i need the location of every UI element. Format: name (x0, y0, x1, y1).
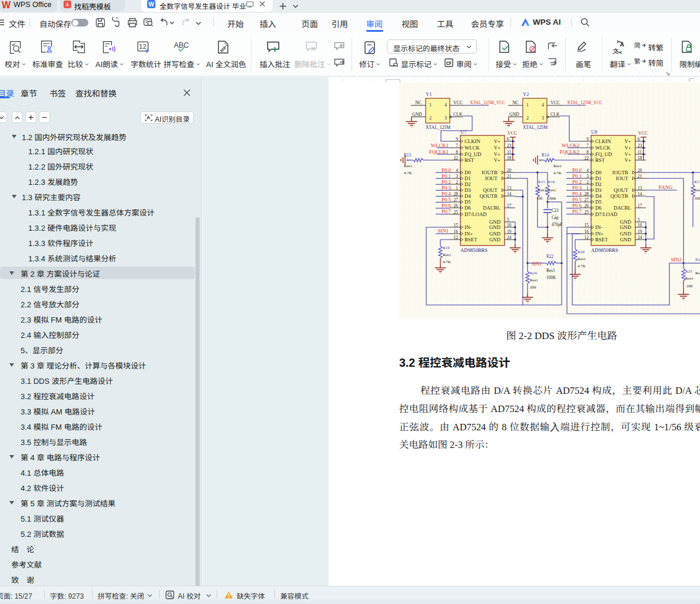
svg-text:18: 18 (638, 155, 642, 161)
svg-text:SIN1: SIN1 (532, 261, 542, 267)
svg-text:P0.2: P0.2 (442, 179, 451, 185)
svg-text:SIN2: SIN2 (671, 257, 682, 263)
svg-text:11: 11 (507, 150, 511, 155)
svg-text:GND: GND (620, 237, 631, 243)
svg-text:9: 9 (456, 137, 458, 142)
svg-text:SIN1: SIN1 (437, 228, 449, 234)
svg-text:3: 3 (542, 115, 544, 121)
svg-text:P0.1: P0.1 (572, 173, 582, 179)
svg-text:200: 200 (530, 285, 536, 290)
svg-text:WLCK1: WLCK1 (431, 142, 449, 148)
svg-text:Res1: Res1 (695, 271, 700, 276)
svg-text:4: 4 (444, 102, 447, 108)
svg-text:Y1: Y1 (426, 91, 432, 97)
svg-text:R22: R22 (546, 254, 554, 259)
svg-text:QOUT: QOUT (483, 187, 498, 193)
svg-text:28: 28 (454, 191, 459, 197)
svg-text:QOUTB: QOUTB (611, 193, 628, 199)
svg-text:20: 20 (507, 168, 512, 173)
svg-text:P0.4: P0.4 (572, 191, 582, 197)
svg-text:1: 1 (586, 185, 589, 191)
svg-text:QOUTB: QOUTB (480, 193, 497, 199)
svg-text:VCC: VCC (453, 100, 463, 105)
svg-text:4.7K: 4.7K (553, 171, 562, 175)
svg-text:D5: D5 (465, 199, 471, 205)
svg-text:8: 8 (586, 150, 589, 155)
svg-text:17: 17 (507, 203, 512, 208)
svg-text:25: 25 (585, 210, 589, 215)
svg-text:IOUTB: IOUTB (612, 170, 628, 175)
svg-text:2: 2 (429, 115, 432, 121)
svg-text:D7/LOAD: D7/LOAD (595, 211, 618, 217)
svg-text:13: 13 (638, 185, 642, 191)
svg-text:AD9850BRS: AD9850BRS (460, 248, 487, 253)
svg-text:RST: RST (595, 157, 605, 163)
svg-text:Res1: Res1 (546, 268, 555, 273)
svg-text:简: 简 (634, 41, 641, 49)
svg-text:19: 19 (638, 229, 642, 234)
svg-text:R14: R14 (542, 152, 549, 158)
svg-text:22: 22 (454, 155, 459, 161)
svg-text:R25: R25 (685, 269, 692, 274)
svg-text:VCC: VCC (638, 131, 648, 136)
svg-text:4.7K: 4.7K (443, 260, 451, 264)
svg-text:P0.2: P0.2 (572, 179, 582, 185)
svg-text:200: 200 (686, 284, 693, 288)
svg-text:23: 23 (638, 143, 642, 148)
svg-text:24: 24 (638, 235, 642, 240)
svg-text:Res1: Res1 (548, 188, 557, 193)
svg-text:IOUT: IOUT (616, 175, 629, 181)
svg-text:R23: R23 (695, 257, 700, 262)
svg-text:XTAL_125M: XTAL_125M (523, 124, 548, 130)
svg-text:D6: D6 (465, 205, 471, 211)
svg-text:P0.4: P0.4 (442, 191, 451, 197)
svg-text:IOUT: IOUT (485, 175, 498, 181)
svg-text:V+: V+ (494, 145, 500, 151)
svg-text:QOUT: QOUT (614, 187, 629, 193)
svg-text:U8: U8 (591, 129, 597, 135)
svg-text:14: 14 (638, 191, 642, 197)
svg-text:CLK: CLK (453, 112, 463, 117)
svg-text:IN+: IN+ (595, 231, 603, 237)
svg-text:FANG: FANG (659, 184, 673, 190)
svg-text:10: 10 (507, 223, 512, 228)
svg-text:100K: 100K (546, 275, 556, 280)
svg-text:24: 24 (507, 235, 512, 240)
svg-text:IN+: IN+ (465, 231, 473, 237)
svg-text:R16: R16 (548, 180, 555, 184)
svg-text:7: 7 (586, 143, 589, 148)
svg-text:D3: D3 (465, 187, 471, 193)
svg-text:Res1: Res1 (685, 276, 694, 281)
svg-text:P0.3: P0.3 (442, 185, 451, 191)
svg-text:Res1: Res1 (553, 164, 562, 168)
svg-text:18: 18 (507, 155, 512, 161)
svg-text:IOUTB: IOUTB (482, 170, 497, 175)
svg-text:D4: D4 (465, 193, 471, 199)
svg-text:R20: R20 (578, 250, 585, 254)
svg-text:NC: NC (512, 100, 519, 105)
svg-text:Res1: Res1 (443, 253, 452, 257)
svg-text:27: 27 (585, 197, 589, 203)
svg-text:VCC: VCC (550, 100, 560, 105)
svg-text:D4: D4 (595, 193, 602, 199)
svg-text:R19: R19 (443, 245, 450, 250)
svg-text:100k: 100k (548, 196, 557, 201)
svg-text:D3: D3 (595, 187, 602, 193)
svg-text:100: 100 (536, 196, 543, 201)
svg-text:1: 1 (526, 102, 529, 108)
svg-text:4.7K: 4.7K (578, 264, 586, 268)
svg-text:6: 6 (638, 137, 640, 142)
svg-text:3: 3 (444, 115, 447, 121)
svg-text:R15: R15 (538, 180, 545, 184)
svg-text:CLKIN: CLKIN (465, 138, 481, 144)
svg-text:V+: V+ (625, 145, 631, 151)
svg-text:GND: GND (489, 224, 500, 230)
svg-text:R13: R13 (404, 152, 412, 158)
svg-text:3: 3 (586, 174, 589, 179)
svg-text:3: 3 (456, 174, 458, 179)
svg-text:GND: GND (620, 231, 631, 237)
svg-text:4.7K: 4.7K (404, 171, 412, 175)
svg-text:2: 2 (456, 180, 458, 185)
svg-text:22: 22 (585, 155, 589, 161)
svg-text:12: 12 (454, 235, 459, 240)
